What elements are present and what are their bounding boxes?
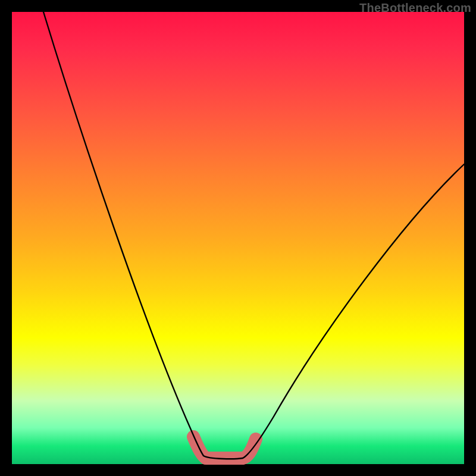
chart-frame (12, 12, 464, 464)
main-curve (43, 12, 464, 459)
chart-svg (12, 12, 464, 464)
attribution-text: TheBottleneck.com (359, 1, 471, 15)
